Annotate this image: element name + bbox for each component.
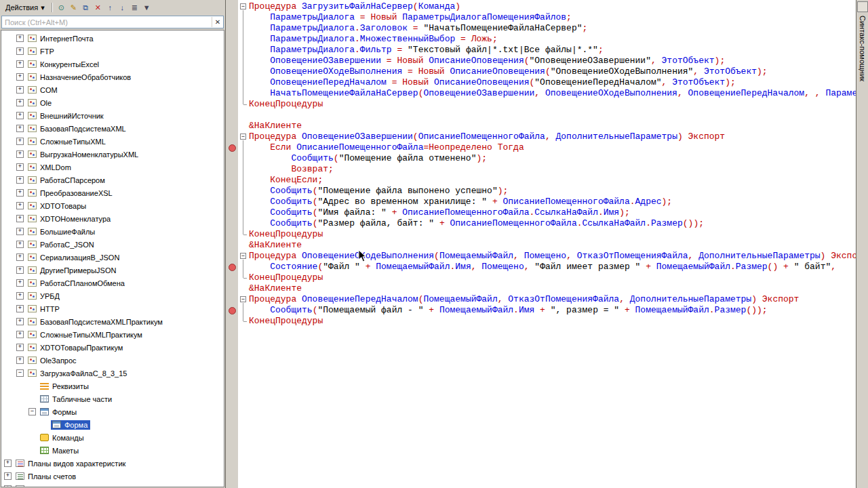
breakpoint-margin[interactable] xyxy=(226,77,238,88)
code-line-text[interactable]: ПараметрыДиалога = Новый ПараметрыДиалог… xyxy=(249,12,572,23)
breakpoint-margin[interactable] xyxy=(226,121,238,131)
tree-item-Планы видов характеристик[interactable]: +Планы видов характеристик xyxy=(1,457,224,470)
tree-item-ВнешнийИсточник[interactable]: +ВнешнийИсточник xyxy=(1,109,224,122)
expand-icon[interactable]: + xyxy=(16,241,24,248)
tree-item-СложныеТипыXMLПрактикум[interactable]: +СложныеТипыXMLПрактикум xyxy=(1,328,224,341)
expand-icon[interactable]: + xyxy=(16,279,24,287)
breakpoint-margin[interactable] xyxy=(226,88,238,99)
tree-item-РаботаСПарсером[interactable]: +РаботаСПарсером xyxy=(1,174,224,186)
edit-icon[interactable]: ✎ xyxy=(68,2,79,13)
move-down-icon[interactable]: ↓ xyxy=(117,2,128,13)
breakpoint-margin[interactable] xyxy=(226,23,238,34)
breakpoint-margin[interactable] xyxy=(226,272,238,283)
expand-icon[interactable]: + xyxy=(16,73,24,81)
expand-icon[interactable]: + xyxy=(16,125,24,132)
code-line-text[interactable]: Процедура ОповещениеПередНачалом(Помещае… xyxy=(249,294,799,305)
tree-item-КонкурентыExcel[interactable]: +КонкурентыExcel xyxy=(1,58,224,70)
fold-collapse-icon[interactable] xyxy=(238,1,249,12)
code-line-text[interactable]: Возврат; xyxy=(249,164,334,175)
code-line-text[interactable]: Сообщить("Размер файла, байт: " + Описан… xyxy=(249,218,704,229)
tree-item-СериализацияВ_JSON[interactable]: +СериализацияВ_JSON xyxy=(1,251,224,264)
tree-item-Ole[interactable]: +Ole xyxy=(1,96,224,109)
expand-icon[interactable]: + xyxy=(16,228,24,235)
collapse-icon[interactable]: − xyxy=(28,408,36,415)
fold-collapse-icon[interactable] xyxy=(238,251,249,262)
code-line-text[interactable]: ОповещениеОХодеВыполнения = Новый Описан… xyxy=(249,66,768,77)
code-line-text[interactable]: Сообщить("Помещение файла выпонено успеш… xyxy=(249,186,508,197)
breakpoint-margin[interactable] xyxy=(226,131,238,142)
code-line-text[interactable]: ОповещениеОЗавершении = Новый ОписаниеОп… xyxy=(249,56,725,66)
breakpoint-margin[interactable] xyxy=(226,56,238,66)
breakpoint-margin[interactable] xyxy=(226,175,238,186)
breakpoint-icon[interactable] xyxy=(229,264,236,271)
expand-icon[interactable]: + xyxy=(16,138,24,145)
tree-item-Формы[interactable]: −Формы xyxy=(1,405,224,418)
breakpoint-margin[interactable] xyxy=(226,240,238,251)
expand-icon[interactable]: + xyxy=(16,253,24,261)
tree-item-Табличные части[interactable]: Табличные части xyxy=(1,392,224,405)
breakpoint-margin[interactable] xyxy=(226,218,238,229)
breakpoint-margin[interactable] xyxy=(226,34,238,45)
tree-item-РаботаС_JSON[interactable]: +РаботаС_JSON xyxy=(1,238,224,251)
tree-item-ПреобразованиеXSL[interactable]: +ПреобразованиеXSL xyxy=(1,186,224,199)
code-line-text[interactable]: ОповещениеПередНачалом = Новый ОписаниеО… xyxy=(249,77,736,88)
tree[interactable]: +ИнтернетПочта+FTP+КонкурентыExcel+Назна… xyxy=(1,30,224,487)
tree-item-Планы видов расчета[interactable]: +Планы видов расчета xyxy=(1,483,224,487)
code-line-text[interactable]: КонецПроцедуры xyxy=(249,99,323,110)
breakpoint-margin[interactable] xyxy=(226,45,238,56)
breakpoint-margin[interactable] xyxy=(226,283,238,294)
code-line-text[interactable]: КонецПроцедуры xyxy=(249,229,323,240)
expand-icon[interactable]: + xyxy=(16,344,24,351)
code-line-text[interactable]: НачатьПомещениеФайлаНаСервер(ОповещениеО… xyxy=(249,88,856,99)
delete-icon[interactable]: ✕ xyxy=(92,2,104,13)
code-line-text[interactable]: Если ОписаниеПомещенногоФайла=Неопределе… xyxy=(249,142,524,153)
breakpoint-margin[interactable] xyxy=(226,207,238,218)
breakpoint-margin[interactable] xyxy=(226,197,238,207)
tree-item-СложныеТипыXML[interactable]: +СложныеТипыXML xyxy=(1,135,224,148)
move-up-icon[interactable]: ↑ xyxy=(104,2,116,13)
breakpoint-margin[interactable] xyxy=(226,142,238,153)
breakpoint-margin[interactable] xyxy=(226,316,238,327)
sort-icon[interactable]: ≣ xyxy=(129,2,140,13)
code-line-text[interactable]: КонецПроцедуры xyxy=(249,316,323,327)
tree-item-НазначениеОбработчиков[interactable]: +НазначениеОбработчиков xyxy=(1,70,224,83)
expand-icon[interactable]: + xyxy=(16,112,24,119)
expand-icon[interactable]: + xyxy=(16,86,24,94)
fold-collapse-icon[interactable] xyxy=(238,294,249,305)
expand-icon[interactable]: + xyxy=(16,176,24,184)
expand-icon[interactable]: + xyxy=(16,99,24,106)
code-line-text[interactable]: Сообщить("Помещаемый файл - " + Помещаем… xyxy=(249,305,768,316)
tree-item-Форма[interactable]: Форма xyxy=(1,418,224,431)
breakpoint-margin[interactable] xyxy=(226,294,238,305)
expand-icon[interactable]: + xyxy=(16,215,24,222)
expand-icon[interactable]: + xyxy=(16,189,24,197)
expand-icon[interactable]: + xyxy=(4,485,12,487)
expand-icon[interactable]: + xyxy=(16,292,24,300)
tree-item-XMLDom[interactable]: +XMLDom xyxy=(1,161,224,174)
search-input[interactable] xyxy=(2,18,212,26)
tree-item-УРБД[interactable]: +УРБД xyxy=(1,289,224,302)
expand-icon[interactable]: + xyxy=(16,305,24,312)
tree-item-XDTOТоварыПрактикум[interactable]: +XDTOТоварыПрактикум xyxy=(1,341,224,354)
expand-icon[interactable]: + xyxy=(16,266,24,274)
clear-search-icon[interactable]: ✕ xyxy=(212,17,223,27)
expand-icon[interactable]: + xyxy=(16,47,24,55)
tree-item-XDTOТовары[interactable]: +XDTOТовары xyxy=(1,199,224,212)
breakpoint-margin[interactable] xyxy=(226,262,238,272)
breakpoint-margin[interactable] xyxy=(226,66,238,77)
tree-item-БазоваяПодсистемаXMLПрактикум[interactable]: +БазоваяПодсистемаXMLПрактикум xyxy=(1,315,224,328)
code-line-text[interactable]: Процедура ОповещениеОХодеВыполнения(Поме… xyxy=(249,251,856,262)
tree-item-COM[interactable]: +COM xyxy=(1,83,224,96)
breakpoint-margin[interactable] xyxy=(226,251,238,262)
breakpoint-margin[interactable] xyxy=(226,12,238,23)
expand-icon[interactable]: + xyxy=(4,460,12,467)
code-line-text[interactable]: Сообщить("Имя файла: " + ОписаниеПомещен… xyxy=(249,207,630,218)
tree-item-Макеты[interactable]: Макеты xyxy=(1,444,224,457)
breakpoint-margin[interactable] xyxy=(226,186,238,197)
tree-item-HTTP[interactable]: +HTTP xyxy=(1,302,224,315)
code-line-text[interactable]: ПараметрыДиалога.Заголовок = "НачатьПоме… xyxy=(249,23,587,34)
breakpoint-margin[interactable] xyxy=(226,164,238,175)
tree-item-ВыгрузкаНоменклатурыXML[interactable]: +ВыгрузкаНоменклатурыXML xyxy=(1,148,224,161)
expand-icon[interactable]: + xyxy=(16,202,24,209)
code-line-text[interactable]: КонецПроцедуры xyxy=(249,272,323,283)
